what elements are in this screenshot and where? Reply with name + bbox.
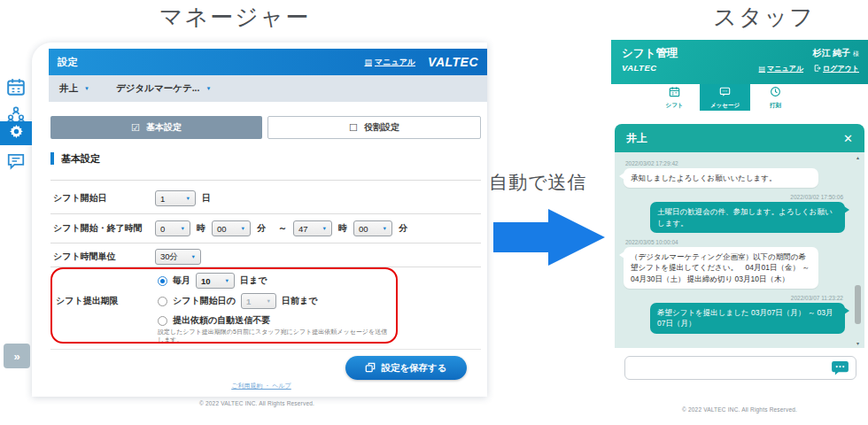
gear-icon: [9, 124, 24, 143]
save-settings-button[interactable]: 設定を保存する: [345, 356, 467, 380]
clock-icon: [770, 85, 781, 101]
chat-bubble-received: 承知しましたよろしくお願いいたします。: [624, 168, 818, 188]
message-icon: [719, 85, 731, 101]
page-title: 設定: [58, 56, 78, 69]
sidebar-item-message[interactable]: [6, 151, 26, 171]
book-icon: ▤: [759, 65, 766, 73]
close-icon[interactable]: ✕: [843, 132, 853, 145]
chat-message: 2022/03/05 10:00:04 （デジタルマーケティング企画室）以下の期…: [624, 236, 849, 292]
chat-header: 井上 ✕: [615, 124, 864, 152]
arrow-right-icon: [493, 209, 605, 269]
tab-message-label: メッセージ: [710, 102, 740, 110]
unchecked-checkbox-icon: ☐: [349, 122, 358, 134]
chevron-down-icon: ▼: [225, 278, 229, 283]
section-title: 基本設定: [50, 152, 100, 165]
tilde-separator: ～: [278, 222, 287, 235]
logout-link[interactable]: ログアウト: [814, 64, 859, 73]
footer-links[interactable]: ご利用規約 ・ ヘルプ: [182, 382, 341, 390]
chevron-down-icon: ▼: [205, 86, 211, 91]
radio-unselected[interactable]: [158, 316, 167, 326]
tab-basic-settings[interactable]: ☑ 基本設定: [50, 116, 262, 139]
chat-bubble-received: （デジタルマーケティング企画室）以下の期間の希望シフトを提出してください。 04…: [624, 247, 818, 289]
chat-bubble-icon: [6, 158, 26, 174]
chevron-right-double-icon: »: [13, 350, 19, 363]
chat-bubble-sent: 希望シフトを提出しました 03月07日（月） ～ 03月07日（月）: [650, 303, 845, 334]
logout-link-label: ログアウト: [823, 64, 859, 73]
manual-link[interactable]: ▤ マニュアル: [365, 57, 416, 68]
end-hour-select[interactable]: 47 ▼: [293, 220, 332, 236]
monthly-day-select[interactable]: 10 ▼: [196, 273, 235, 289]
manual-link-label: マニュアル: [375, 57, 415, 68]
start-minute-value: 00: [217, 224, 227, 234]
tab-punch[interactable]: 打刻: [750, 84, 801, 111]
chevron-down-icon: ▼: [186, 196, 190, 201]
tab-shift[interactable]: シフト: [649, 84, 700, 111]
monthly-day-value: 10: [201, 276, 211, 286]
staff-copyright: © 2022 VALTEC INC. All Rights Reserved.: [611, 406, 868, 413]
chevron-down-icon: ▼: [191, 254, 196, 259]
before-suffix: 日前まで: [282, 295, 317, 307]
message-input[interactable]: [631, 359, 821, 376]
divider: [50, 267, 481, 267]
save-icon: [365, 362, 376, 375]
start-day-select[interactable]: 1 ▼: [155, 190, 196, 206]
sidebar-item-shift[interactable]: [6, 77, 26, 97]
chevron-down-icon: ▼: [266, 298, 270, 304]
end-hour-value: 47: [298, 224, 308, 234]
chevron-down-icon: ▼: [241, 226, 245, 231]
message-input-bar: [624, 356, 856, 380]
chat-message: 2022/03/02 17:50:06 土曜日の歓迎会の件、参加します。よろしく…: [650, 191, 845, 236]
divider: [50, 243, 481, 243]
minute-unit: 分: [399, 222, 407, 235]
chevron-down-icon: ▼: [383, 226, 387, 231]
chat-scrollbar[interactable]: ▴ ▾: [854, 154, 862, 346]
manual-link[interactable]: ▤ マニュアル: [759, 64, 804, 73]
form-row-time-unit: シフト時間単位 30分 ▼: [53, 249, 481, 265]
tab-basic-label: 基本設定: [146, 121, 182, 134]
department-select[interactable]: デジタルマーケテ... ▼: [116, 82, 211, 95]
calendar-icon: [6, 84, 26, 99]
form-row-time-range: シフト開始・終了時間 0 ▼ 時 00 ▼ 分 ～ 47 ▼ 時 00 ▼ 分: [53, 220, 481, 236]
sidebar-expand-button[interactable]: »: [4, 344, 30, 368]
deadline-label: シフト提出期限: [56, 295, 119, 307]
save-button-label: 設定を保存する: [381, 362, 446, 375]
manager-header: 設定 ▤ マニュアル VALTEC: [49, 49, 487, 75]
tab-message[interactable]: メッセージ: [700, 84, 750, 111]
time-range-label: シフト開始・終了時間: [53, 222, 155, 235]
monthly-suffix: 日まで: [240, 274, 267, 287]
monthly-prefix: 毎月: [173, 274, 190, 287]
scroll-up-icon[interactable]: ▴: [854, 154, 862, 160]
tab-role-settings[interactable]: ☐ 役割設定: [267, 116, 481, 139]
auto-send-label: 自動で送信: [489, 170, 613, 195]
chat-message-list[interactable]: 2022/03/02 17:29:42 承知しましたよろしくお願いいたします。 …: [615, 152, 864, 348]
before-day-value: 1: [246, 297, 251, 306]
deadline-option-monthly: 毎月 10 ▼ 日まで: [158, 273, 267, 289]
start-day-unit: 日: [202, 192, 211, 205]
hour-unit: 時: [338, 222, 347, 235]
divider: [50, 213, 481, 214]
start-hour-select[interactable]: 0 ▼: [155, 220, 190, 236]
before-day-select-disabled[interactable]: 1 ▼: [241, 293, 276, 309]
scroll-down-icon[interactable]: ▾: [854, 340, 862, 346]
deadline-option-no-auto: 提出依頼の自動送信不要: [158, 314, 270, 327]
radio-unselected[interactable]: [158, 297, 167, 306]
start-hour-value: 0: [160, 224, 165, 234]
tab-punch-label: 打刻: [770, 102, 781, 110]
manager-toolbar: 井上 ▼ デジタルマーケテ... ▼: [49, 75, 487, 102]
divider: [50, 180, 481, 181]
scrollbar-thumb[interactable]: [855, 285, 861, 324]
send-message-icon[interactable]: [832, 361, 849, 375]
chevron-down-icon: ▼: [181, 226, 185, 231]
user-select[interactable]: 井上 ▼: [59, 82, 89, 95]
chat-timestamp: 2022/03/05 10:00:04: [625, 239, 847, 245]
logout-icon: [814, 65, 821, 73]
staff-caption: スタッフ: [682, 2, 846, 33]
user-honorific: 様: [853, 50, 859, 57]
start-day-value: 1: [160, 194, 165, 204]
sidebar-item-settings[interactable]: [0, 121, 32, 145]
end-minute-select[interactable]: 00 ▼: [353, 220, 392, 236]
start-minute-select[interactable]: 00 ▼: [212, 220, 251, 236]
chat-message: 2022/03/02 17:29:42 承知しましたよろしくお願いいたします。: [624, 158, 849, 191]
radio-selected[interactable]: [158, 276, 167, 286]
time-unit-select[interactable]: 30分 ▼: [155, 249, 201, 265]
